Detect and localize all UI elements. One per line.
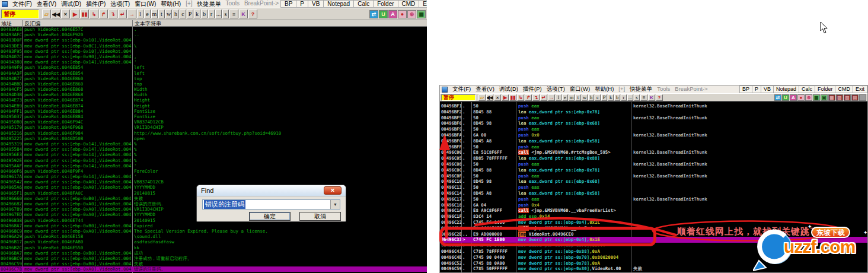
ok-button[interactable]: 确定 [249, 212, 291, 221]
string-table-row[interactable]: 004950B0push VideoRot.0046F94CVR8374D12C… [0, 119, 427, 125]
chevron-down-icon[interactable]: ▼ [330, 200, 340, 209]
disasm-row[interactable]: 00496BF1.50push eaxkernel32.BaseThreadIn… [440, 103, 867, 109]
disasm-row[interactable]: 00496C0F.50push eaxkernel32.BaseThreadIn… [440, 173, 867, 179]
toolbar-button-icon[interactable]: ? [656, 94, 663, 101]
toolbar-button-icon[interactable]: ▱ [42, 9, 51, 18]
menu-item[interactable]: 插件(P) [84, 0, 108, 8]
string-table-row[interactable]: 004968C9mov dword ptr ss:[ebp-0xA0],Vide… [0, 228, 427, 234]
menu-button[interactable]: BP [280, 0, 296, 8]
plugin-color-icon[interactable]: U [379, 10, 388, 18]
plugin-color-icon[interactable]: ▨ [836, 94, 843, 101]
disasm-row[interactable]: 00496C18.6A 04push 0x4 [440, 202, 867, 208]
menu-button[interactable]: Exit [419, 0, 427, 8]
disasm-row[interactable]: 00496C59.C785 50FFFFFFmov dword ptr ss:[… [440, 266, 867, 272]
string-table-row[interactable]: 00494BBDpush VideoRot.0046E860top [0, 81, 427, 87]
disasm-row[interactable]: 00496C17.50push eaxkernel32.BaseThreadIn… [440, 196, 867, 202]
menu-item[interactable]: 窗口(W) [132, 0, 158, 8]
string-table-row[interactable]: 00494A3Fpush VideoRot.0046E854left [0, 71, 427, 76]
menu-item[interactable]: Tools [224, 0, 242, 8]
plugin-letter-button[interactable]: h [588, 94, 594, 101]
toolbar-button-icon[interactable]: → [127, 9, 136, 18]
menu-button[interactable]: Folder [815, 85, 836, 93]
menu-button[interactable]: BP [739, 85, 752, 93]
string-table-row[interactable]: 00496BA7mov dword ptr ss:[ebp-0xB0],Vide… [0, 250, 427, 256]
disasm-row[interactable]: 00496BF9.50push eax [440, 126, 867, 132]
plugin-color-icon[interactable]: U [782, 94, 789, 101]
disasm-row[interactable]: 00496C14.8D45 A8lea eax,dword ptr ss:[eb… [440, 191, 867, 196]
disasm-row[interactable]: 00496C3A.C745 90 0400mov dword ptr ss:[e… [440, 243, 867, 249]
menu-item[interactable]: 查看(V) [34, 0, 59, 8]
plugin-color-icon[interactable]: ▧ [844, 94, 851, 101]
menu-item[interactable]: 选项(T) [544, 85, 567, 93]
string-table-row[interactable]: 00496B2Cpush VideoRot.0046E550kk [0, 245, 427, 250]
menu-item[interactable]: [+] [616, 85, 627, 93]
plugin-color-icon[interactable]: A [790, 94, 797, 101]
string-table-row[interactable]: 00495179push VideoRot.0046F968VR1I3D4CHI… [0, 125, 427, 130]
string-table-row[interactable]: 00494D3Bpush VideoRot.0046E868Width [0, 92, 427, 97]
find-search-input[interactable]: 错误的注册码 ▼ [202, 199, 340, 209]
plugin-color-icon[interactable]: ⇄ [369, 10, 378, 18]
string-table-row[interactable]: 00495AAFmov dword ptr ss:[ebp-0x14],Vide… [0, 163, 427, 169]
menu-item[interactable]: 调试(D) [59, 0, 84, 8]
string-table-row[interactable]: 0049617Amov dword ptr ss:[ebp-0x14],Vide… [0, 174, 427, 179]
plugin-letter-button[interactable]: r [208, 9, 215, 18]
menu-button[interactable]: VB [761, 85, 774, 93]
menu-item[interactable]: BreakPoint-> [242, 0, 281, 8]
toolbar-button-icon[interactable]: ↴ [532, 94, 540, 101]
plugin-color-icon[interactable]: ⊛ [805, 94, 812, 101]
plugin-color-icon[interactable]: ▦ [417, 10, 426, 18]
disasm-row[interactable]: 00496BFC.8D45 A8lea eax,dword ptr ss:[eb… [440, 138, 867, 144]
plugin-letter-button[interactable]: k [194, 9, 200, 18]
string-table-row[interactable]: 00494B77push VideoRot.0046E860top [0, 76, 427, 81]
disasm-row[interactable]: 00496C4B.C745 90 0400mov dword ptr ss:[e… [440, 255, 867, 261]
plugin-letter-button[interactable]: s [634, 94, 640, 101]
disasm-row[interactable]: 00496C2E.,E9 AD000000jmp VideoRot.00496C… [440, 231, 867, 237]
disasm-row[interactable]: 00496C1A.E8 A9C8F6FFcall <jmp.&MSVBVM60.… [440, 208, 867, 214]
plugin-letter-button[interactable]: m [569, 94, 575, 101]
string-table-row[interactable]: 00494E73push VideoRot.0046E874Height [0, 97, 427, 103]
disasm-row[interactable]: 00496C08.50push eaxkernel32.BaseThreadIn… [440, 161, 867, 167]
plugin-color-icon[interactable]: ● [797, 94, 805, 101]
menu-button[interactable]: VB [308, 0, 324, 8]
toolbar-button-icon[interactable]: ↵ [118, 9, 127, 18]
disasm-row[interactable]: 00496C52.C745 88 0A00mov dword ptr ss:[e… [440, 261, 867, 266]
plugin-color-icon[interactable]: ⇄ [774, 94, 781, 101]
string-table-row[interactable]: 00496B17push VideoRot.0046FAB0asdfasdfas… [0, 239, 427, 245]
plugin-letter-button[interactable]: s [222, 9, 229, 18]
toolbar-button-icon[interactable]: ↴ [108, 9, 117, 18]
menu-button[interactable]: CMD [398, 0, 420, 8]
plugin-letter-button[interactable]: w [582, 94, 588, 101]
menu-button[interactable]: P [752, 85, 761, 93]
toolbar-button-icon[interactable]: ▱ [478, 94, 486, 101]
string-table-row[interactable]: 00495319mov dword ptr ss:[ebp-0x14],Vide… [0, 141, 427, 147]
toolbar-button-icon[interactable]: ◀◀ [52, 9, 60, 18]
plugin-letter-button[interactable]: b [201, 9, 208, 18]
toolbar-button-icon[interactable]: ↳ [517, 94, 524, 101]
menu-item[interactable]: 窗口(W) [567, 85, 592, 93]
disasm-row[interactable]: 00496C0C.8D45 88lea eax,dword ptr ss:[eb… [440, 167, 867, 173]
plugin-color-icon[interactable] [859, 94, 866, 101]
menu-item[interactable]: 选项(T) [108, 0, 132, 8]
menu-item[interactable]: 查看(V) [473, 85, 497, 93]
plugin-letter-button[interactable]: b [614, 94, 620, 101]
string-table-row[interactable]: 00495216push VideoRot.0046F984http://www… [0, 131, 427, 136]
toolbar-button-icon[interactable]: ↳ [90, 9, 98, 18]
plugin-letter-button[interactable]: h [173, 9, 179, 18]
toolbar-button-icon[interactable]: ▮▮ [509, 94, 516, 101]
menu-item[interactable]: 插件(P) [521, 85, 544, 93]
string-table-row[interactable]: 00496C59mov dword ptr ss:[ebp-0xB0],Vide… [0, 261, 427, 266]
toolbar-button-icon[interactable]: K [648, 94, 655, 101]
disasm-row[interactable]: 00496BF2.8D45 88lea eax,dword ptr ss:[eb… [440, 109, 867, 115]
toolbar-button-icon[interactable]: ↵ [540, 94, 547, 101]
disasm-row[interactable]: 00496C13.50push eax [440, 185, 867, 191]
string-table-row[interactable]: 00494CF5push VideoRot.0046E868Width [0, 87, 427, 92]
menu-item[interactable]: [+] [183, 0, 194, 8]
plugin-letter-button[interactable]: k [608, 94, 614, 101]
menu-item[interactable]: 文件(F) [450, 85, 473, 93]
string-table-row[interactable]: 004956E3mov dword ptr ss:[ebp-0x14],Vide… [0, 152, 427, 157]
menu-button[interactable]: Notepad [323, 0, 354, 8]
plugin-color-icon[interactable]: ● [398, 10, 407, 18]
plugin-letter-button[interactable]: l [137, 9, 143, 18]
string-table-row[interactable]: 00493DE3mov dword ptr ss:[ebp-0x8C],Vide… [0, 43, 427, 49]
plugin-letter-button[interactable]: t [158, 9, 165, 18]
